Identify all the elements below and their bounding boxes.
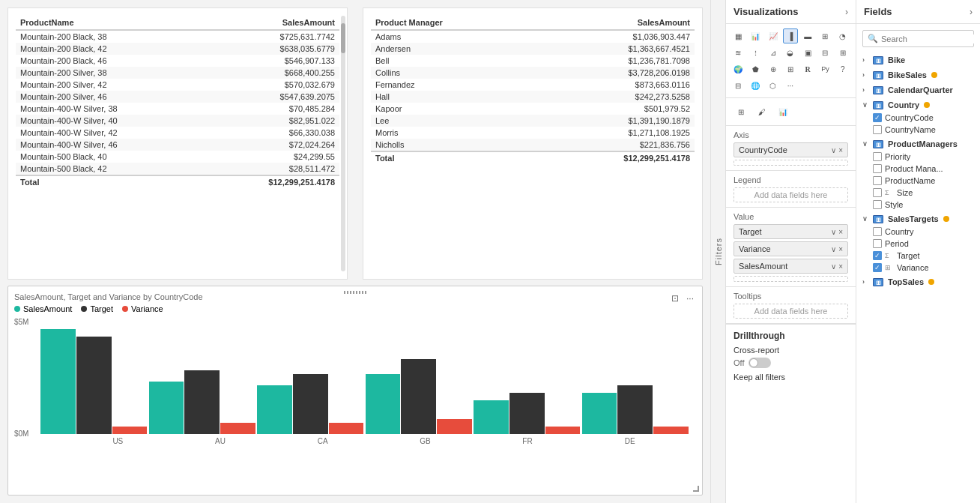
group-name: SalesTargets (888, 214, 939, 223)
viz-table-icon[interactable]: ⊟ (817, 45, 832, 60)
viz-pie-icon[interactable]: ◔ (835, 28, 850, 43)
value-field-sales[interactable]: SalesAmount ∨ × (734, 259, 848, 274)
field-label: Size (897, 188, 913, 197)
viz-funnel-icon[interactable]: ⊿ (766, 45, 781, 60)
expand-icon: › (862, 86, 870, 94)
field-group-header-country[interactable]: ∨⊞Country (859, 98, 977, 112)
field-group-header-calendarquarter[interactable]: ›⊞CalendarQuarter (859, 83, 977, 97)
more-icon[interactable]: ··· (684, 292, 696, 304)
field-item[interactable]: ✓CountryCode (859, 112, 977, 124)
field-item[interactable]: Period (859, 238, 977, 250)
field-checkbox[interactable]: ✓ (873, 263, 882, 272)
viz-collapse-arrow[interactable]: › (845, 7, 848, 17)
viz-r-icon[interactable]: R (800, 61, 815, 76)
viz-gauge-icon[interactable]: ◒ (783, 45, 798, 60)
dropdown-icon[interactable]: ∨ (831, 146, 836, 154)
add-legend-placeholder[interactable]: Add data fields here (734, 187, 848, 202)
field-checkbox[interactable] (873, 200, 882, 209)
field-item[interactable]: Country (859, 226, 977, 238)
viz-ribbon-icon[interactable]: ≋ (731, 45, 745, 60)
viz-decomp-icon[interactable]: ⊕ (766, 61, 781, 76)
warning-dot (931, 72, 937, 78)
viz-key-icon[interactable]: ⊞ (783, 61, 798, 76)
viz-line-icon[interactable]: 📈 (766, 28, 781, 43)
add-value-placeholder[interactable] (734, 276, 848, 282)
fields-collapse-arrow[interactable]: › (970, 7, 973, 17)
viz-scatter-icon[interactable]: ⊞ (817, 28, 832, 43)
viz-map-icon[interactable]: 🌍 (731, 61, 745, 76)
field-item[interactable]: Product Mana... (859, 163, 977, 175)
viz-column-icon[interactable]: ▐ (783, 28, 798, 43)
viz-py-icon[interactable]: Py (817, 61, 832, 76)
field-group-header-bike[interactable]: ›⊞Bike (859, 53, 977, 67)
field-group-header-productmanagers[interactable]: ∨⊞ProductManagers (859, 137, 977, 151)
field-group-header-bikesales[interactable]: ›⊞BikeSales (859, 68, 977, 82)
table-icon: ⊞ (873, 71, 883, 79)
fields-search-input[interactable] (881, 34, 980, 43)
viz-custom-icon[interactable]: ⬡ (766, 78, 781, 93)
field-item[interactable]: ✓ΣTarget (859, 250, 977, 262)
manager-sales: $1,036,903.447 (533, 30, 695, 43)
remove-icon[interactable]: × (838, 146, 843, 154)
field-checkbox[interactable] (873, 176, 882, 185)
add-tooltip-placeholder[interactable]: Add data fields here (734, 304, 848, 319)
total-value: $12,299,251.4178 (205, 175, 339, 188)
dropdown-icon-sales[interactable]: ∨ (831, 262, 836, 271)
remove-icon-sales[interactable]: × (838, 262, 843, 271)
field-item[interactable]: ΣSize (859, 187, 977, 199)
bar-target (76, 337, 112, 434)
expand-icon[interactable]: ⊡ (669, 292, 681, 304)
drag-handle[interactable] (344, 291, 366, 294)
group-name: Country (888, 100, 919, 109)
viz-bar-icon[interactable]: ▦ (731, 28, 745, 43)
field-checkbox[interactable] (873, 125, 882, 134)
add-axis-placeholder[interactable] (734, 160, 848, 166)
build-icon-fields[interactable]: ⊞ (732, 103, 750, 121)
field-group-header-salestargets[interactable]: ∨⊞SalesTargets (859, 212, 977, 226)
filters-panel[interactable]: Filters (710, 0, 725, 503)
build-icon-analytics[interactable]: 📊 (774, 103, 792, 121)
field-item[interactable]: Priority (859, 151, 977, 163)
value-field-variance[interactable]: Variance ∨ × (734, 241, 848, 256)
bar-sales (149, 382, 184, 434)
field-item[interactable]: ✓⊞Variance (859, 262, 977, 274)
cross-report-toggle[interactable] (748, 358, 771, 368)
viz-bar2-icon[interactable]: 📊 (748, 28, 763, 43)
viz-filledmap-icon[interactable]: ⬟ (748, 61, 763, 76)
remove-icon-target[interactable]: × (838, 228, 843, 236)
viz-waterfall-icon[interactable]: ⫶ (748, 45, 763, 60)
fields-search-box[interactable]: 🔍 (862, 30, 974, 47)
viz-more-icon[interactable]: ··· (783, 78, 798, 93)
field-checkbox[interactable] (873, 239, 882, 248)
viz-globe-icon[interactable]: 🌐 (748, 78, 763, 93)
field-checkbox[interactable]: ✓ (873, 251, 882, 260)
field-checkbox[interactable] (873, 188, 882, 197)
field-item[interactable]: Style (859, 199, 977, 211)
warning-dot (924, 102, 930, 108)
product-table: ProductName SalesAmount Mountain-200 Bla… (7, 7, 348, 280)
field-checkbox[interactable] (873, 152, 882, 161)
build-icon-format[interactable]: 🖌 (753, 103, 771, 121)
field-checkbox[interactable] (873, 164, 882, 173)
viz-area-icon[interactable]: ▬ (800, 28, 815, 43)
field-checkbox[interactable]: ✓ (873, 113, 882, 122)
field-checkbox[interactable] (873, 227, 882, 236)
field-group-header-topsales[interactable]: ›⊞TopSales (859, 275, 977, 289)
field-item[interactable]: CountryName (859, 124, 977, 136)
remove-icon-variance[interactable]: × (838, 245, 843, 253)
field-label: Style (885, 200, 903, 209)
dropdown-icon-target[interactable]: ∨ (831, 228, 836, 236)
field-item[interactable]: ProductName (859, 175, 977, 187)
value-field-target[interactable]: Target ∨ × (734, 224, 848, 239)
manager-sales: $1,391,190.1879 (533, 115, 695, 127)
viz-grid2-icon[interactable]: ⊟ (731, 78, 745, 93)
viz-qna-icon[interactable]: ? (835, 61, 850, 76)
axis-field-countrycode[interactable]: CountryCode ∨ × (734, 142, 848, 157)
manager-name: Bell (371, 55, 533, 67)
table-row: Mountain-200 Black, 38$725,631.7742 (16, 30, 339, 43)
sales-amount: $70,485.284 (205, 103, 339, 115)
viz-matrix-icon[interactable]: ⊞ (835, 45, 850, 60)
dropdown-icon-variance[interactable]: ∨ (831, 245, 836, 253)
viz-card-icon[interactable]: ▣ (800, 45, 815, 60)
resize-handle[interactable] (693, 486, 699, 492)
